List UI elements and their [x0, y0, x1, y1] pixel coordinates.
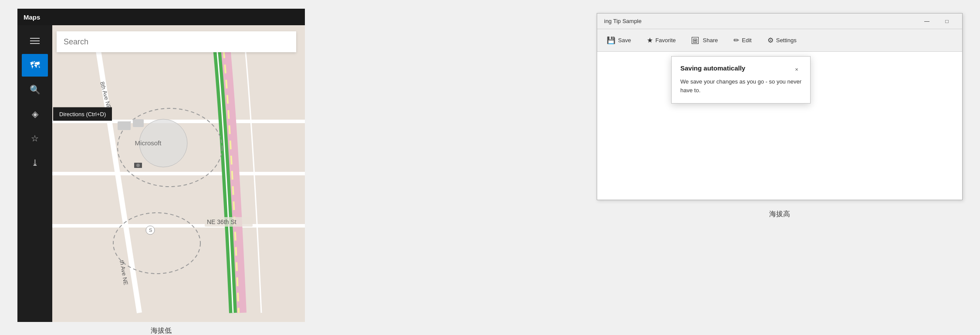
right-caption: 海拔高	[769, 204, 790, 225]
hamburger-icon	[30, 38, 40, 44]
share-icon: ⊞	[692, 37, 699, 44]
sidebar-item-directions[interactable]: ◈ Directions (Ctrl+D)	[22, 103, 48, 125]
teaching-tip-close-button[interactable]: ×	[792, 64, 801, 74]
tip-toolbar: 💾 Save ★ Favorite ⊞ Share ✏ Edit ⚙ Setti…	[597, 29, 962, 52]
download-icon: ⤓	[31, 157, 39, 168]
right-section: ing Tip Sample — □ 💾 Save ★ Favorite ⊞	[597, 9, 963, 225]
left-caption: 海拔低	[151, 322, 172, 335]
favorite-button[interactable]: ★ Favorite	[644, 34, 679, 46]
tip-titlebar: ing Tip Sample — □	[597, 13, 962, 29]
map-area: NE 36th St 8th Ave NE Microsoft	[52, 25, 305, 322]
sidebar-item-favorites[interactable]: ☆	[22, 127, 48, 150]
close-icon: ×	[795, 66, 798, 73]
maps-app: Maps 🗺 🔍 ◈	[17, 9, 305, 322]
svg-text:NE 36th St: NE 36th St	[207, 218, 237, 225]
settings-label: Settings	[776, 37, 797, 44]
svg-rect-13	[133, 119, 144, 127]
directions-icon: ◈	[32, 109, 38, 119]
map-svg: NE 36th St 8th Ave NE Microsoft	[52, 25, 305, 322]
teaching-tip: Saving automatically × We save your chan…	[671, 56, 811, 104]
share-label: Share	[703, 37, 718, 44]
window-controls: — □	[917, 13, 957, 29]
sidebar-item-map[interactable]: 🗺	[22, 54, 48, 77]
maximize-button[interactable]: □	[937, 13, 957, 29]
star-icon: ☆	[31, 133, 39, 144]
settings-icon: ⚙	[767, 36, 774, 44]
favorite-icon: ★	[647, 36, 653, 44]
sidebar-item-downloads[interactable]: ⤓	[22, 151, 48, 174]
save-label: Save	[618, 37, 631, 44]
teaching-tip-header: Saving automatically ×	[680, 64, 801, 74]
edit-icon: ✏	[733, 36, 739, 44]
tip-content: Saving automatically × We save your chan…	[597, 52, 962, 200]
search-icon: 🔍	[30, 84, 41, 95]
teaching-tip-body: We save your changes as you go - so you …	[680, 77, 801, 94]
map-icon: 🗺	[30, 60, 40, 71]
minimize-icon: —	[924, 18, 929, 24]
tip-app: ing Tip Sample — □ 💾 Save ★ Favorite ⊞	[597, 13, 963, 200]
teaching-tip-title: Saving automatically	[680, 64, 745, 72]
edit-button[interactable]: ✏ Edit	[731, 34, 754, 46]
search-bar-container	[57, 31, 296, 52]
svg-text:S: S	[149, 228, 152, 233]
svg-rect-12	[118, 121, 131, 130]
maps-sidebar: 🗺 🔍 ◈ Directions (Ctrl+D) ☆	[17, 25, 52, 322]
save-button[interactable]: 💾 Save	[604, 34, 634, 46]
maps-titlebar: Maps	[17, 9, 305, 25]
search-input[interactable]	[57, 31, 296, 52]
maps-title: Maps	[24, 13, 40, 21]
tip-app-title: ing Tip Sample	[602, 18, 917, 24]
save-icon: 💾	[607, 36, 615, 44]
sidebar-item-search[interactable]: 🔍	[22, 78, 48, 101]
favorite-label: Favorite	[656, 37, 676, 44]
svg-text:Microsoft: Microsoft	[135, 139, 162, 147]
svg-point-15	[136, 164, 140, 167]
minimize-button[interactable]: —	[917, 13, 937, 29]
maximize-icon: □	[945, 18, 948, 24]
share-button[interactable]: ⊞ Share	[689, 35, 721, 46]
sidebar-item-menu[interactable]	[22, 30, 48, 52]
edit-label: Edit	[742, 37, 751, 44]
settings-button[interactable]: ⚙ Settings	[765, 34, 799, 46]
